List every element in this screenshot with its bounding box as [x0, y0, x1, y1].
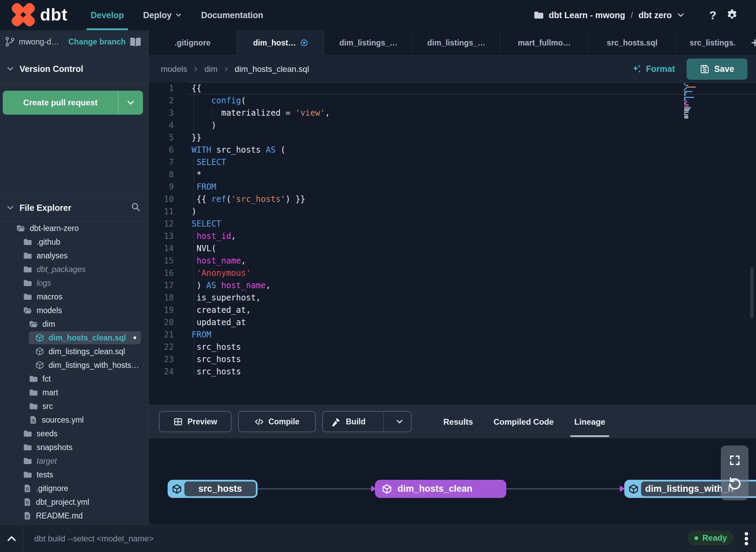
tree-item-fct[interactable]: fct [0, 372, 148, 386]
tree-item-README.md[interactable]: README.md [0, 509, 148, 523]
code-line[interactable]: 11) [149, 205, 756, 218]
expand-console-button[interactable] [3, 525, 20, 552]
folder-icon [23, 238, 32, 246]
code-line[interactable]: 20 updated_at [149, 316, 756, 329]
tree-item-macros[interactable]: macros [0, 290, 148, 304]
code-line[interactable]: 14 NVL( [149, 242, 756, 255]
tree-item-dim_hosts_clean.sql[interactable]: dim_hosts_clean.sql [0, 331, 148, 345]
code-line[interactable]: 15 host_name, [149, 255, 756, 267]
tree-item-dbt-learn-zero[interactable]: dbt-learn-zero [0, 221, 148, 235]
table-icon [173, 417, 183, 426]
code-line[interactable]: 6WITH src_hosts AS ( [149, 144, 756, 156]
code-line[interactable]: 19 created_at, [149, 304, 756, 316]
code-line[interactable]: 13 host_id, [149, 230, 756, 242]
tree-item-dbt_project.yml[interactable]: dbt_project.yml [0, 495, 148, 509]
tab-src_listings.[interactable]: src_listings. [676, 30, 749, 55]
tree-item-target[interactable]: target [0, 454, 148, 468]
tab-src_hosts.sql[interactable]: src_hosts.sql [588, 30, 676, 55]
code-line[interactable]: 24 src_hosts [149, 365, 756, 378]
code-line[interactable]: 12SELECT [149, 218, 756, 230]
tree-item-seeds[interactable]: seeds [0, 427, 148, 440]
code-line[interactable]: 17 ) AS host_name, [149, 279, 756, 292]
code-line[interactable]: 10 {{ ref('src_hosts') }} [149, 193, 756, 205]
breadcrumb-file[interactable]: dim_hosts_clean.sql [235, 64, 309, 74]
code-line[interactable]: 18 is_superhost, [149, 292, 756, 304]
lineage-node-dim_hosts_clean[interactable]: dim_hosts_clean [375, 480, 506, 498]
tree-item-models[interactable]: models [0, 304, 148, 317]
lineage-node-src_hosts[interactable]: src_hosts [168, 480, 258, 498]
version-control-header[interactable]: Version Control [0, 54, 148, 84]
tab-.gitignore[interactable]: .gitignore [149, 30, 237, 55]
build-button[interactable]: Build [322, 411, 412, 432]
line-number: 10 [149, 193, 174, 205]
tree-item-tests[interactable]: tests [0, 468, 148, 482]
panel-tab-compiled-code[interactable]: Compiled Code [494, 405, 554, 438]
save-button[interactable]: Save [687, 59, 747, 80]
new-tab-button[interactable] [749, 30, 756, 55]
tab-label: mart_fullmo… [518, 38, 571, 48]
docs-book-button[interactable] [129, 36, 142, 50]
lineage-canvas[interactable]: src_hostsdim_hosts_cleandim_listings_wit… [149, 438, 756, 525]
code-line[interactable]: 9 FROM [149, 181, 756, 193]
code-line[interactable]: 1{{ [149, 82, 756, 94]
code-line[interactable]: 7 SELECT [149, 156, 756, 168]
code-text: host_name, [192, 255, 246, 267]
tree-item-logs[interactable]: logs [0, 276, 148, 290]
project-switcher[interactable]: dbt Learn - mwong / dbt zero [534, 0, 685, 30]
preview-button[interactable]: Preview [159, 411, 232, 432]
tree-item-dbt_packages[interactable]: dbt_packages [0, 262, 148, 276]
code-line[interactable]: 2 config( [149, 94, 756, 107]
line-number: 23 [149, 353, 174, 365]
help-button[interactable]: ? [705, 0, 720, 30]
pull-request-dropdown-button[interactable] [118, 91, 143, 115]
compile-button[interactable]: Compile [238, 411, 316, 432]
lineage-node-icon-zone [169, 484, 184, 494]
tree-item-sources.yml[interactable]: sources.yml [0, 413, 148, 427]
code-line[interactable]: 23 src_hosts [149, 353, 756, 365]
tree-item-.github[interactable]: .github [0, 235, 148, 249]
code-editor[interactable]: 1{{2 config(3 materialized = 'view',4 )5… [149, 82, 756, 405]
tree-item-dim[interactable]: dim [0, 317, 148, 331]
tree-item-dim_listings_clean.sql[interactable]: dim_listings_clean.sql [0, 345, 148, 358]
code-line[interactable]: 5}} [149, 131, 756, 144]
code-line[interactable]: 8 * [149, 168, 756, 181]
tree-item-label: dim_listings_clean.sql [49, 347, 125, 356]
dbt-logo[interactable]: dbt [11, 3, 68, 27]
tab-mart_fullmo[interactable]: mart_fullmo… [500, 30, 588, 55]
tab-dim_host[interactable]: dim_host… [237, 30, 325, 55]
settings-button[interactable] [724, 0, 740, 30]
change-branch-link[interactable]: Change branch [68, 30, 126, 54]
tree-item-src[interactable]: src [0, 399, 148, 413]
tree-item-.gitignore[interactable]: .gitignore [0, 482, 148, 495]
code-line[interactable]: 21FROM [149, 329, 756, 341]
nav-item-deploy[interactable]: Deploy [143, 0, 182, 30]
overflow-menu-button[interactable] [739, 525, 754, 552]
tree-item-snapshots[interactable]: snapshots [0, 440, 148, 454]
code-line[interactable]: 3 materialized = 'view', [149, 107, 756, 119]
format-button[interactable]: Format [631, 64, 675, 74]
breadcrumb-folder[interactable]: models [161, 64, 187, 74]
tab-dim_listings_[interactable]: dim_listings_… [325, 30, 413, 55]
code-line[interactable]: 4 ) [149, 119, 756, 131]
panel-tab-results[interactable]: Results [443, 405, 473, 438]
create-pull-request-button[interactable]: Create pull request [3, 91, 143, 115]
file-explorer-header[interactable]: File Explorer [0, 194, 148, 221]
editor-actions: Format Save [631, 56, 747, 82]
build-dropdown-button[interactable] [388, 412, 411, 432]
fullscreen-button[interactable] [729, 454, 741, 468]
tab-label: dim_listings_… [339, 38, 397, 48]
command-input[interactable]: dbt build --select <model_name> [34, 525, 154, 552]
tree-item-analyses[interactable]: analyses [0, 249, 148, 262]
nav-item-documentation[interactable]: Documentation [201, 0, 263, 30]
tree-item-dim_listings_with_hosts[interactable]: dim_listings_with_hosts… [0, 358, 148, 372]
tab-dim_listings_[interactable]: dim_listings_… [413, 30, 500, 55]
code-line[interactable]: 22 src_hosts [149, 341, 756, 353]
panel-tab-lineage[interactable]: Lineage [574, 405, 605, 438]
file-search-button[interactable] [131, 202, 141, 214]
reset-view-button[interactable] [728, 476, 742, 492]
tree-item-mart[interactable]: mart [0, 386, 148, 399]
code-line[interactable]: 16 'Anonymous' [149, 267, 756, 279]
line-number: 8 [149, 168, 174, 181]
nav-item-develop[interactable]: Develop [91, 0, 124, 30]
breadcrumb-folder[interactable]: dim [204, 64, 218, 74]
